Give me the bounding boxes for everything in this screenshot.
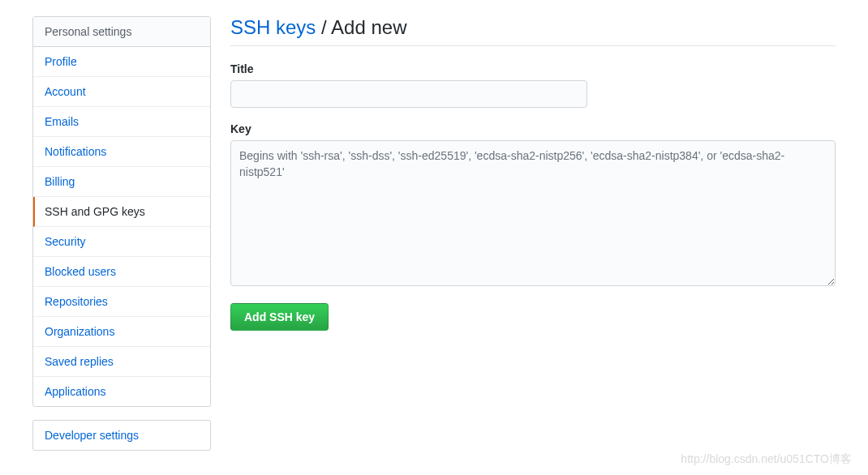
main-content: SSH keys / Add new Title Key Add SSH key (230, 16, 836, 464)
sidebar-item-repositories[interactable]: Repositories (33, 287, 210, 317)
title-label: Title (230, 62, 836, 75)
sidebar-item-ssh-gpg-keys[interactable]: SSH and GPG keys (33, 197, 210, 227)
sidebar-item-applications[interactable]: Applications (33, 377, 210, 406)
sidebar-item-notifications[interactable]: Notifications (33, 137, 210, 167)
sidebar-item-organizations[interactable]: Organizations (33, 317, 210, 347)
sidebar-item-blocked-users[interactable]: Blocked users (33, 257, 210, 287)
key-label: Key (230, 122, 836, 135)
breadcrumb-separator: / (316, 16, 331, 38)
developer-settings-menu: Developer settings (32, 420, 211, 451)
add-ssh-key-button[interactable]: Add SSH key (230, 303, 329, 331)
page-title: SSH keys / Add new (230, 16, 836, 46)
breadcrumb-link-ssh-keys[interactable]: SSH keys (230, 16, 316, 38)
title-field-group: Title (230, 62, 836, 108)
title-input[interactable] (230, 80, 587, 108)
settings-sidebar: Personal settings Profile Account Emails… (32, 16, 211, 464)
key-field-group: Key (230, 122, 836, 289)
sidebar-item-saved-replies[interactable]: Saved replies (33, 347, 210, 377)
sidebar-item-developer-settings[interactable]: Developer settings (33, 421, 210, 450)
key-textarea[interactable] (230, 140, 836, 286)
sidebar-item-billing[interactable]: Billing (33, 167, 210, 197)
sidebar-item-account[interactable]: Account (33, 77, 210, 107)
breadcrumb-current: Add new (331, 16, 406, 38)
sidebar-header: Personal settings (33, 17, 210, 47)
sidebar-item-emails[interactable]: Emails (33, 107, 210, 137)
personal-settings-menu: Personal settings Profile Account Emails… (32, 16, 211, 407)
sidebar-item-profile[interactable]: Profile (33, 47, 210, 77)
sidebar-item-security[interactable]: Security (33, 227, 210, 257)
